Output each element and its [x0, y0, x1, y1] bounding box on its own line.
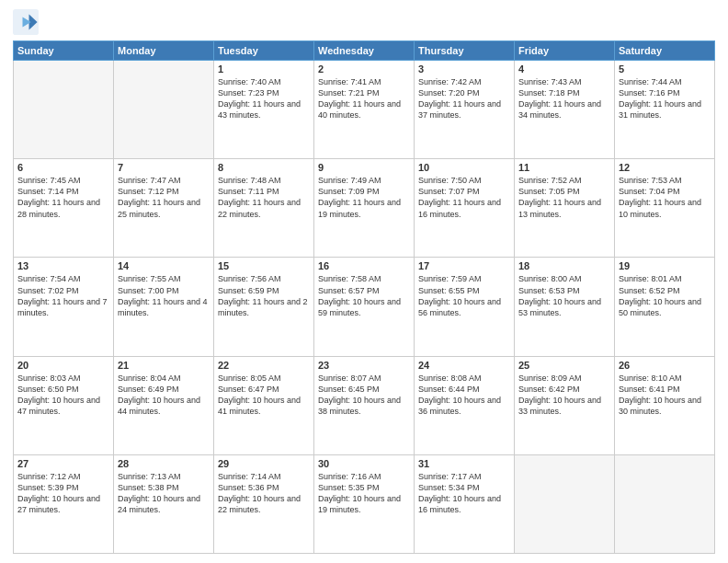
sunrise-label: Sunrise: 7:45 AM: [17, 176, 81, 185]
day-number: 9: [318, 162, 410, 173]
day-info: Sunrise: 7:50 AM Sunset: 7:07 PM Dayligh…: [418, 175, 510, 220]
daylight-label: Daylight: 10 hours and 50 minutes.: [619, 297, 701, 317]
day-info: Sunrise: 7:12 AM Sunset: 5:39 PM Dayligh…: [17, 471, 109, 516]
daylight-label: Daylight: 11 hours and 40 minutes.: [318, 99, 401, 120]
day-number: 5: [619, 63, 711, 75]
day-info: Sunrise: 7:52 AM Sunset: 7:05 PM Dayligh…: [518, 175, 610, 220]
day-number: 6: [17, 162, 109, 173]
calendar-day-cell: 16 Sunrise: 7:58 AM Sunset: 6:57 PM Dayl…: [314, 258, 415, 356]
day-number: 7: [118, 162, 210, 173]
sunrise-label: Sunrise: 8:01 AM: [619, 274, 682, 283]
day-info: Sunrise: 7:43 AM Sunset: 7:18 PM Dayligh…: [518, 76, 610, 121]
sunset-label: Sunset: 6:55 PM: [418, 286, 480, 295]
day-number: 8: [218, 162, 310, 173]
day-number: 31: [418, 458, 510, 469]
calendar-day-cell: 22 Sunrise: 8:05 AM Sunset: 6:47 PM Dayl…: [214, 356, 314, 454]
sunrise-label: Sunrise: 7:17 AM: [418, 472, 482, 481]
day-info: Sunrise: 8:04 AM Sunset: 6:49 PM Dayligh…: [118, 373, 210, 418]
logo: [13, 9, 42, 35]
sunrise-label: Sunrise: 7:16 AM: [318, 472, 381, 481]
calendar-day-cell: 27 Sunrise: 7:12 AM Sunset: 5:39 PM Dayl…: [14, 454, 114, 553]
day-number: 4: [518, 63, 610, 75]
day-number: 25: [518, 360, 610, 371]
day-number: 22: [218, 360, 310, 371]
daylight-label: Daylight: 10 hours and 56 minutes.: [418, 297, 501, 317]
sunrise-label: Sunrise: 7:47 AM: [118, 176, 181, 185]
sunrise-label: Sunrise: 7:56 AM: [218, 274, 281, 283]
daylight-label: Daylight: 11 hours and 25 minutes.: [118, 198, 200, 218]
calendar-day-cell: 31 Sunrise: 7:17 AM Sunset: 5:34 PM Dayl…: [415, 454, 515, 553]
calendar-day-cell: 6 Sunrise: 7:45 AM Sunset: 7:14 PM Dayli…: [14, 159, 114, 258]
sunset-label: Sunset: 7:11 PM: [218, 187, 279, 196]
daylight-label: Daylight: 10 hours and 38 minutes.: [318, 396, 401, 416]
day-info: Sunrise: 8:01 AM Sunset: 6:52 PM Dayligh…: [619, 273, 711, 318]
day-info: Sunrise: 7:44 AM Sunset: 7:16 PM Dayligh…: [619, 76, 711, 121]
day-number: 18: [518, 260, 610, 271]
daylight-label: Daylight: 11 hours and 19 minutes.: [318, 198, 401, 218]
calendar-day-cell: 1 Sunrise: 7:40 AM Sunset: 7:23 PM Dayli…: [214, 61, 314, 159]
day-number: 3: [418, 63, 510, 75]
day-info: Sunrise: 7:14 AM Sunset: 5:36 PM Dayligh…: [218, 471, 310, 516]
day-info: Sunrise: 7:55 AM Sunset: 7:00 PM Dayligh…: [118, 273, 210, 318]
sunset-label: Sunset: 7:00 PM: [118, 286, 179, 295]
sunset-label: Sunset: 5:36 PM: [218, 483, 279, 492]
sunset-label: Sunset: 6:52 PM: [619, 286, 680, 295]
sunset-label: Sunset: 7:21 PM: [318, 88, 380, 98]
daylight-label: Daylight: 11 hours and 22 minutes.: [218, 198, 301, 218]
calendar-day-cell: 26 Sunrise: 8:10 AM Sunset: 6:41 PM Dayl…: [615, 356, 715, 454]
day-number: 12: [619, 162, 711, 173]
sunset-label: Sunset: 5:35 PM: [318, 483, 380, 492]
sunrise-label: Sunrise: 7:50 AM: [418, 176, 482, 185]
calendar-day-cell: 29 Sunrise: 7:14 AM Sunset: 5:36 PM Dayl…: [214, 454, 314, 553]
calendar-week-row: 13 Sunrise: 7:54 AM Sunset: 7:02 PM Dayl…: [14, 258, 715, 356]
daylight-label: Daylight: 10 hours and 16 minutes.: [418, 494, 501, 514]
sunset-label: Sunset: 5:39 PM: [17, 483, 79, 492]
sunrise-label: Sunrise: 7:13 AM: [118, 472, 181, 481]
sunrise-label: Sunrise: 7:42 AM: [418, 77, 482, 86]
weekday-header-cell: Saturday: [615, 41, 715, 61]
calendar-day-cell: [14, 61, 114, 159]
general-blue-icon: [13, 9, 39, 35]
day-info: Sunrise: 7:45 AM Sunset: 7:14 PM Dayligh…: [17, 175, 109, 220]
calendar-day-cell: 11 Sunrise: 7:52 AM Sunset: 7:05 PM Dayl…: [515, 159, 615, 258]
sunset-label: Sunset: 7:23 PM: [218, 88, 279, 98]
daylight-label: Daylight: 10 hours and 33 minutes.: [518, 396, 601, 416]
sunrise-label: Sunrise: 8:10 AM: [619, 373, 682, 383]
day-info: Sunrise: 7:41 AM Sunset: 7:21 PM Dayligh…: [318, 76, 410, 121]
weekday-header-cell: Sunday: [14, 41, 114, 61]
day-number: 2: [318, 63, 410, 75]
calendar-day-cell: 30 Sunrise: 7:16 AM Sunset: 5:35 PM Dayl…: [314, 454, 415, 553]
day-number: 20: [17, 360, 109, 371]
sunrise-label: Sunrise: 7:41 AM: [318, 77, 381, 86]
sunset-label: Sunset: 5:34 PM: [418, 483, 480, 492]
sunset-label: Sunset: 6:49 PM: [118, 385, 179, 394]
sunset-label: Sunset: 7:05 PM: [518, 187, 580, 196]
calendar-day-cell: 7 Sunrise: 7:47 AM Sunset: 7:12 PM Dayli…: [114, 159, 214, 258]
day-number: 28: [118, 458, 210, 469]
calendar-day-cell: 21 Sunrise: 8:04 AM Sunset: 6:49 PM Dayl…: [114, 356, 214, 454]
day-info: Sunrise: 8:08 AM Sunset: 6:44 PM Dayligh…: [418, 373, 510, 418]
calendar-day-cell: 24 Sunrise: 8:08 AM Sunset: 6:44 PM Dayl…: [415, 356, 515, 454]
day-number: 19: [619, 260, 711, 271]
daylight-label: Daylight: 11 hours and 31 minutes.: [619, 99, 701, 120]
day-info: Sunrise: 7:49 AM Sunset: 7:09 PM Dayligh…: [318, 175, 410, 220]
day-number: 11: [518, 162, 610, 173]
calendar-table: SundayMondayTuesdayWednesdayThursdayFrid…: [13, 40, 715, 554]
sunrise-label: Sunrise: 8:05 AM: [218, 373, 281, 383]
day-number: 1: [218, 63, 310, 75]
sunset-label: Sunset: 7:02 PM: [17, 286, 79, 295]
day-info: Sunrise: 7:13 AM Sunset: 5:38 PM Dayligh…: [118, 471, 210, 516]
day-info: Sunrise: 7:56 AM Sunset: 6:59 PM Dayligh…: [218, 273, 310, 318]
calendar-day-cell: 23 Sunrise: 8:07 AM Sunset: 6:45 PM Dayl…: [314, 356, 415, 454]
sunrise-label: Sunrise: 7:14 AM: [218, 472, 281, 481]
calendar-body: 1 Sunrise: 7:40 AM Sunset: 7:23 PM Dayli…: [14, 61, 715, 554]
sunset-label: Sunset: 6:45 PM: [318, 385, 380, 394]
sunrise-label: Sunrise: 7:53 AM: [619, 176, 682, 185]
sunset-label: Sunset: 6:57 PM: [318, 286, 380, 295]
sunset-label: Sunset: 6:50 PM: [17, 385, 79, 394]
sunrise-label: Sunrise: 8:08 AM: [418, 373, 482, 383]
day-info: Sunrise: 7:16 AM Sunset: 5:35 PM Dayligh…: [318, 471, 410, 516]
day-number: 17: [418, 260, 510, 271]
daylight-label: Daylight: 11 hours and 34 minutes.: [518, 99, 601, 120]
calendar-day-cell: 9 Sunrise: 7:49 AM Sunset: 7:09 PM Dayli…: [314, 159, 415, 258]
